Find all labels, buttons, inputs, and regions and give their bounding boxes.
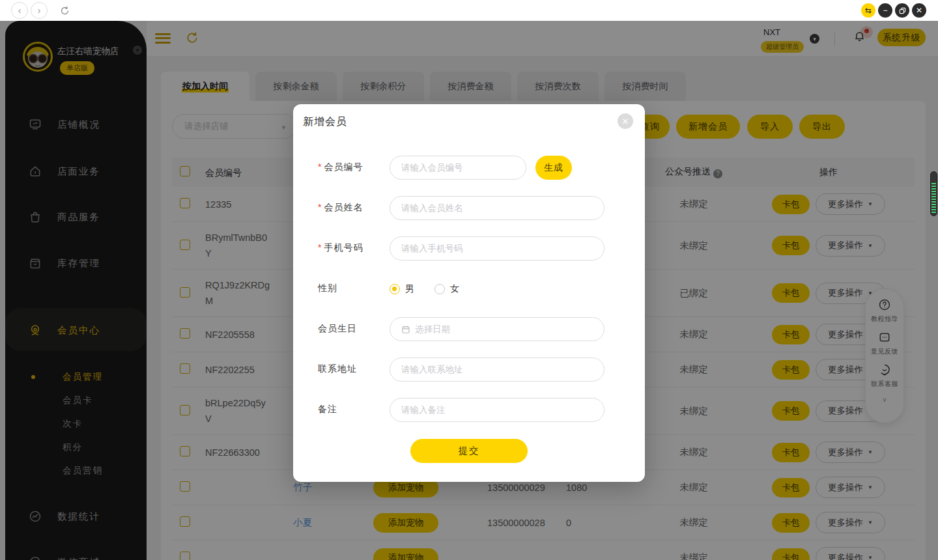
field-member-name: *会员姓名 请输入会员姓名 (318, 196, 624, 220)
back-icon[interactable]: ‹ (11, 2, 28, 19)
submit-button[interactable]: 提交 (410, 439, 528, 463)
member-name-input[interactable]: 请输入会员姓名 (390, 196, 604, 220)
calendar-icon (401, 325, 410, 334)
radio-icon (434, 284, 445, 294)
restore-icon[interactable] (895, 3, 909, 18)
scrollbar-thumb[interactable] (930, 171, 937, 216)
note-input[interactable]: 请输入备注 (390, 398, 604, 422)
scrollbar-stripes (931, 183, 936, 214)
field-gender: 性别 男 女 (318, 277, 624, 301)
required-asterisk: * (318, 242, 322, 253)
browser-chrome: ‹ › ⇆ − ✕ (0, 0, 938, 21)
forward-icon[interactable]: › (31, 2, 48, 19)
required-asterisk: * (318, 161, 322, 172)
switch-window-icon[interactable]: ⇆ (861, 3, 875, 18)
address-input[interactable]: 请输入联系地址 (390, 357, 604, 382)
field-birthday: 会员生日 选择日期 (318, 317, 624, 341)
member-no-input[interactable]: 请输入会员编号 (390, 156, 526, 180)
required-asterisk: * (318, 202, 322, 212)
minimize-icon[interactable]: − (878, 3, 892, 18)
field-phone: *手机号码 请输入手机号码 (318, 236, 624, 260)
field-address: 联系地址 请输入联系地址 (318, 357, 624, 382)
gender-female-radio[interactable]: 女 (434, 283, 459, 295)
field-member-no: *会员编号 请输入会员编号 生成 (318, 156, 624, 180)
modal-title: 新增会员 (303, 115, 347, 129)
generate-button[interactable]: 生成 (535, 156, 572, 180)
app-window: ‹ › ⇆ − ✕ 左汪右喵宠物店 ▾ (0, 0, 938, 560)
reload-icon[interactable] (56, 2, 73, 19)
close-window-icon[interactable]: ✕ (912, 3, 926, 18)
phone-input[interactable]: 请输入手机号码 (390, 236, 604, 260)
add-member-modal: 新增会员 ✕ *会员编号 请输入会员编号 生成 *会员姓名 请输入会员姓名 *手… (293, 104, 645, 482)
birthday-input[interactable]: 选择日期 (390, 317, 604, 341)
gender-male-radio[interactable]: 男 (390, 283, 414, 295)
modal-close-icon[interactable]: ✕ (618, 113, 633, 129)
field-note: 备注 请输入备注 (318, 398, 624, 422)
radio-selected-icon (390, 284, 400, 294)
